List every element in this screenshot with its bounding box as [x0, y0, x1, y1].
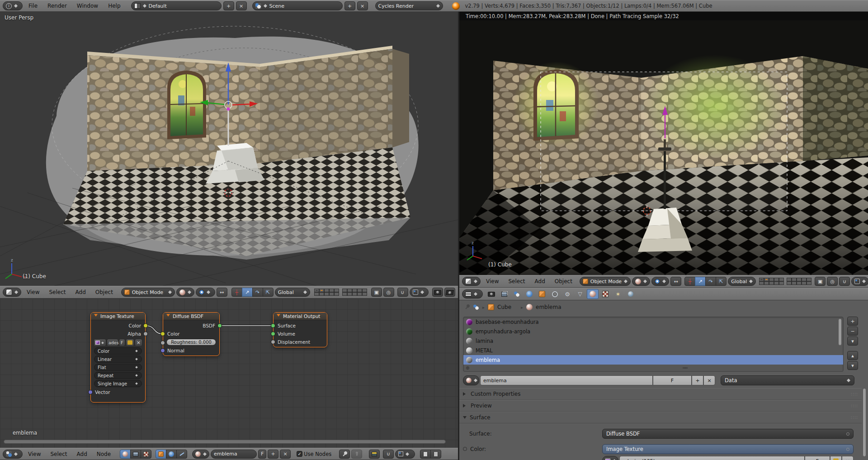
ne-menu-select[interactable]: Select — [46, 450, 71, 459]
list-filter-toggle[interactable]: ⊕ — [466, 365, 469, 370]
tab-modifiers[interactable]: ⚙ — [561, 289, 573, 299]
image-fake-user-button-props[interactable]: F — [805, 456, 830, 460]
image-fake-user-button[interactable]: F — [119, 339, 125, 346]
pivot-selector[interactable] — [196, 288, 215, 297]
shader-type-linestyle[interactable] — [176, 450, 187, 459]
manipulator-toggle-right[interactable]: ┼ — [684, 277, 695, 286]
go-to-parent-button[interactable]: ⇧ — [351, 450, 362, 459]
node-diffuse-bsdf[interactable]: Diffuse BSDF BSDF Color Roughness: 0.000… — [163, 312, 220, 356]
image-browse-button-props[interactable] — [602, 456, 618, 460]
manipulator-scale[interactable]: ⇱ — [263, 288, 274, 297]
screen-layout-selector[interactable]: Default — [131, 1, 222, 10]
paste-nodes-button[interactable] — [430, 450, 441, 459]
panel-custom-properties[interactable]: Custom Properties :::: — [459, 388, 862, 400]
image-unlink-button-props[interactable]: × — [842, 456, 854, 460]
add-layout-button[interactable]: + — [223, 1, 234, 10]
select-interpolation[interactable]: Linear — [94, 356, 142, 363]
ne-menu-add[interactable]: Add — [73, 450, 91, 459]
panel-grip[interactable]: :::: — [851, 392, 858, 396]
unlink-material-button[interactable]: × — [280, 450, 291, 459]
collapse-icon[interactable] — [166, 314, 170, 318]
color-source-dropdown[interactable]: Image Texture — [602, 444, 854, 454]
move-slot-down-button[interactable]: ▾ — [847, 361, 858, 370]
tab-world[interactable] — [524, 289, 535, 299]
select-source[interactable]: Single Image — [94, 380, 142, 387]
material-slot-list[interactable]: basebase-emounhadura empunhadura-argola … — [463, 317, 844, 372]
pin-button[interactable] — [339, 450, 350, 459]
socket-roughness-input[interactable] — [160, 341, 165, 345]
properties-scrollbar[interactable] — [863, 388, 866, 457]
slot-list-scrollbar[interactable] — [838, 318, 842, 346]
image-name-field-props[interactable]: adesivo(125).png — [619, 456, 805, 460]
manipulator-translate[interactable]: ↗ — [242, 288, 253, 297]
layers-widget-right-2[interactable] — [787, 278, 811, 285]
manipulator-rotate-right[interactable]: ↷ — [705, 277, 716, 286]
panel-surface[interactable]: Surface :::: — [459, 412, 862, 423]
render-engine-selector[interactable]: Cycles Render — [375, 1, 443, 10]
manipulator-toggle[interactable]: ┼ — [231, 288, 242, 297]
node-editor-hscrollbar[interactable] — [4, 440, 446, 444]
node-header[interactable]: Image Texture — [91, 313, 145, 320]
opengl-render-button[interactable] — [432, 288, 443, 297]
snap-magnet-button-node[interactable]: ∪ — [383, 450, 394, 459]
tab-object[interactable] — [536, 289, 548, 299]
socket-bsdf-output[interactable] — [217, 323, 222, 328]
material-name-field-props[interactable]: emblema — [480, 375, 653, 385]
fake-user-button[interactable]: F — [258, 450, 266, 459]
image-browse-button[interactable] — [94, 339, 106, 346]
render-viewport[interactable]: z Time:00:10.00 | Mem:283.27M, Peak:283.… — [459, 12, 868, 275]
material-name-field[interactable]: emblema — [211, 450, 257, 459]
tab-constraints[interactable] — [549, 289, 561, 299]
tree-type-shader[interactable] — [120, 450, 131, 459]
move-slot-up-button[interactable]: ▴ — [847, 351, 858, 360]
scene-selector[interactable]: Scene — [252, 1, 343, 10]
roughness-slider[interactable]: Roughness: 0.000 — [166, 339, 216, 346]
manipulator-translate-right[interactable]: ↗ — [695, 277, 706, 286]
copy-nodes-button[interactable] — [420, 450, 431, 459]
delete-layout-button[interactable]: × — [236, 1, 247, 10]
menu-render[interactable]: Render — [43, 1, 71, 10]
socket-alpha-output[interactable] — [143, 332, 148, 336]
editor-type-properties[interactable] — [462, 289, 483, 299]
surface-shader-dropdown[interactable]: Diffuse BSDF — [602, 429, 854, 439]
shader-type-object[interactable] — [156, 450, 166, 459]
node-header[interactable]: Material Output — [274, 313, 327, 320]
tab-scene[interactable] — [511, 289, 523, 299]
tab-physics[interactable] — [625, 289, 637, 299]
panel-grip[interactable]: :::: — [851, 415, 858, 420]
layers-widget[interactable] — [314, 289, 339, 296]
snap-magnet-button-right[interactable]: ∪ — [839, 277, 850, 286]
menu-help[interactable]: Help — [104, 1, 124, 10]
socket-surface-input[interactable] — [271, 323, 275, 328]
socket-color-output[interactable] — [143, 323, 148, 328]
shader-type-world[interactable] — [166, 450, 177, 459]
new-material-button-props[interactable]: + — [692, 375, 703, 385]
select-color-space[interactable]: Color — [94, 347, 142, 355]
panel-grip[interactable]: :::: — [851, 403, 858, 408]
shading-selector-right[interactable] — [632, 277, 650, 286]
rv-menu-add[interactable]: Add — [531, 277, 549, 286]
shading-selector[interactable] — [176, 288, 195, 297]
material-slot[interactable]: empunhadura-argola — [463, 327, 843, 336]
tree-type-texture[interactable] — [141, 450, 151, 459]
tab-texture[interactable] — [599, 289, 611, 299]
menu-window[interactable]: Window — [73, 1, 102, 10]
tab-material[interactable] — [587, 289, 599, 299]
snap-magnet-button[interactable]: ∪ — [397, 288, 408, 297]
snap-element-selector-right[interactable] — [851, 277, 868, 286]
fake-user-button-props[interactable]: F — [653, 375, 692, 385]
collapse-icon[interactable] — [277, 314, 280, 318]
new-material-button[interactable]: + — [268, 450, 278, 459]
tab-render[interactable] — [486, 289, 497, 299]
editor-type-3dview[interactable] — [3, 288, 21, 297]
add-scene-button[interactable]: + — [344, 1, 355, 10]
image-name-field[interactable]: ades — [107, 339, 118, 346]
editor-type-button[interactable]: i — [3, 1, 23, 10]
use-nodes-checkbox[interactable]: ✓ — [297, 451, 302, 457]
data-link-dropdown[interactable]: Data — [721, 375, 854, 385]
node-editor[interactable]: Image Texture Color Alpha ades F × — [0, 299, 458, 448]
socket-volume-input[interactable] — [271, 332, 275, 336]
tab-data[interactable]: ▽ — [574, 289, 586, 299]
add-slot-button[interactable]: + — [847, 317, 858, 326]
lock-to-scene-button-right[interactable]: ▣ — [815, 277, 826, 286]
